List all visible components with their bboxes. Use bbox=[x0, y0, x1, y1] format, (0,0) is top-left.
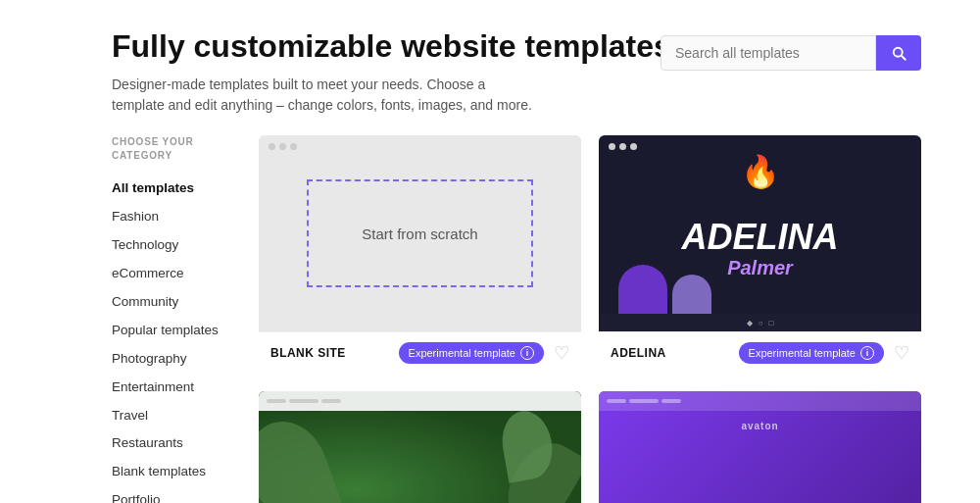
social-link: ◆ bbox=[747, 319, 753, 327]
card-dots-adelina bbox=[609, 143, 637, 150]
search-input[interactable] bbox=[661, 35, 876, 71]
sidebar-item-travel[interactable]: Travel bbox=[112, 402, 229, 430]
social-link: □ bbox=[769, 319, 774, 327]
adelina-title: ADELINA bbox=[682, 218, 839, 257]
sidebar-item-all-templates[interactable]: All templates bbox=[112, 175, 229, 203]
nav-item bbox=[321, 399, 341, 403]
sidebar-item-photography[interactable]: Photography bbox=[112, 345, 229, 374]
nav-item bbox=[607, 399, 626, 403]
sidebar-item-ecommerce[interactable]: eCommerce bbox=[112, 260, 229, 288]
nav-item bbox=[289, 399, 318, 403]
search-icon bbox=[890, 44, 907, 62]
marcia-topbar bbox=[259, 391, 581, 411]
search-bar bbox=[661, 35, 921, 71]
template-card-autodose[interactable]: avaton Always right with AutoDose! bbox=[599, 391, 921, 503]
sidebar: CHOOSE YOUR CATEGORY All templates Fashi… bbox=[112, 135, 229, 503]
adelina-footer: ◆ ○ □ bbox=[599, 314, 921, 331]
template-image-autodose: avaton Always right with AutoDose! bbox=[599, 391, 921, 503]
card-bottom-adelina: ADELINA Experimental template i ♡ bbox=[599, 331, 921, 374]
category-label: CHOOSE YOUR CATEGORY bbox=[112, 135, 229, 163]
sidebar-item-technology[interactable]: Technology bbox=[112, 231, 229, 260]
badge-info-icon-adelina[interactable]: i bbox=[860, 346, 874, 360]
template-image-blank-site: Start from scratch bbox=[259, 135, 581, 331]
favorite-button-adelina[interactable]: ♡ bbox=[894, 344, 909, 362]
card-title-blank-site: BLANK SITE bbox=[270, 346, 346, 360]
social-link: ○ bbox=[759, 319, 763, 327]
templates-grid: Start from scratch BLANK SITE Experiment… bbox=[259, 135, 921, 503]
sidebar-item-community[interactable]: Community bbox=[112, 288, 229, 317]
sidebar-item-popular-templates[interactable]: Popular templates bbox=[112, 317, 229, 345]
sidebar-item-blank-templates[interactable]: Blank templates bbox=[112, 458, 229, 486]
nav-item bbox=[267, 399, 286, 403]
sidebar-items: All templates Fashion Technology eCommer… bbox=[112, 175, 229, 503]
page-subtitle: Designer-made templates built to meet yo… bbox=[112, 75, 533, 116]
template-card-adelina[interactable]: 🔥 ADELINA Palmer ◆ ○ bbox=[599, 135, 921, 374]
adelina-text-block: ADELINA Palmer bbox=[682, 218, 839, 279]
badge-info-icon[interactable]: i bbox=[520, 346, 534, 360]
card-title-adelina: ADELINA bbox=[611, 346, 666, 360]
blank-site-dashed-box: Start from scratch bbox=[307, 179, 532, 287]
sidebar-item-fashion[interactable]: Fashion bbox=[112, 203, 229, 231]
card-actions-adelina: Experimental template i ♡ bbox=[739, 342, 909, 364]
sidebar-item-portfolio[interactable]: Portfolio bbox=[112, 486, 229, 503]
nav-item bbox=[629, 399, 659, 403]
search-button[interactable] bbox=[876, 35, 921, 71]
experimental-badge-adelina: Experimental template i bbox=[739, 342, 884, 364]
badge-label-blank-site: Experimental template bbox=[409, 347, 515, 359]
sidebar-item-restaurants[interactable]: Restaurants bbox=[112, 429, 229, 458]
sidebar-item-entertainment[interactable]: Entertainment bbox=[112, 374, 229, 402]
nav-item bbox=[662, 399, 681, 403]
template-card-marcia[interactable]: Marcia Cocco MARCIA COCCO ♡ bbox=[259, 391, 581, 503]
template-image-adelina: 🔥 ADELINA Palmer ◆ ○ bbox=[599, 135, 921, 331]
template-image-marcia: Marcia Cocco bbox=[259, 391, 581, 503]
blank-site-label: Start from scratch bbox=[362, 226, 477, 242]
adelina-fire-emoji: 🔥 bbox=[599, 153, 921, 190]
autodose-topbar bbox=[599, 391, 921, 411]
badge-label-adelina: Experimental template bbox=[749, 347, 856, 359]
template-card-blank-site[interactable]: Start from scratch BLANK SITE Experiment… bbox=[259, 135, 581, 374]
favorite-button-blank-site[interactable]: ♡ bbox=[554, 344, 569, 362]
card-dots bbox=[269, 143, 297, 150]
card-bottom-blank-site: BLANK SITE Experimental template i ♡ bbox=[259, 331, 581, 374]
experimental-badge-blank-site: Experimental template i bbox=[399, 342, 544, 364]
avaton-label: avaton bbox=[741, 421, 778, 431]
card-actions-blank-site: Experimental template i ♡ bbox=[399, 342, 569, 364]
adelina-subtitle: Palmer bbox=[682, 257, 839, 279]
